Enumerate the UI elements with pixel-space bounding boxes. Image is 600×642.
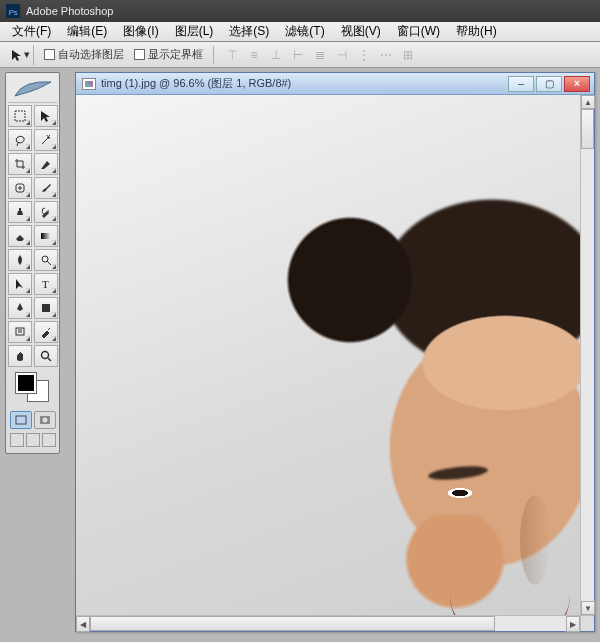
scroll-down-button[interactable]: ▼ — [581, 601, 595, 615]
document-titlebar[interactable]: timg (1).jpg @ 96.6% (图层 1, RGB/8#) – ▢ … — [76, 73, 594, 95]
screen-full-button[interactable] — [42, 433, 56, 447]
menu-help[interactable]: 帮助(H) — [448, 21, 505, 42]
distribute-v-icon[interactable]: ⋯ — [378, 47, 394, 63]
app-title: Adobe Photoshop — [26, 5, 113, 17]
path-selection-tool[interactable] — [8, 273, 32, 295]
svg-text:T: T — [42, 278, 49, 290]
options-bar: ▾ 自动选择图层 显示定界框 ⊤ ≡ ⊥ ⊢ ≣ ⊣ ⋮ ⋯ ⊞ — [0, 42, 600, 68]
pen-tool[interactable] — [8, 297, 32, 319]
magic-wand-tool[interactable] — [34, 129, 58, 151]
document-icon — [82, 78, 96, 90]
show-transform-label: 显示定界框 — [148, 47, 203, 62]
blur-tool[interactable] — [8, 249, 32, 271]
hand-tool[interactable] — [8, 345, 32, 367]
show-transform-checkbox[interactable]: 显示定界框 — [134, 47, 203, 62]
screen-full-menus-button[interactable] — [26, 433, 40, 447]
menu-image[interactable]: 图像(I) — [115, 21, 166, 42]
healing-brush-tool[interactable] — [8, 177, 32, 199]
lasso-tool[interactable] — [8, 129, 32, 151]
align-buttons-group: ⊤ ≡ ⊥ ⊢ ≣ ⊣ ⋮ ⋯ ⊞ — [224, 47, 416, 63]
photoshop-feather-icon — [8, 75, 57, 103]
close-button[interactable]: × — [564, 76, 590, 92]
history-brush-tool[interactable] — [34, 201, 58, 223]
document-window[interactable]: timg (1).jpg @ 96.6% (图层 1, RGB/8#) – ▢ … — [75, 72, 595, 632]
menu-file[interactable]: 文件(F) — [4, 21, 59, 42]
active-tool-icon[interactable]: ▾ — [6, 45, 34, 65]
eyedropper-tool[interactable] — [34, 321, 58, 343]
menu-select[interactable]: 选择(S) — [221, 21, 277, 42]
menu-filter[interactable]: 滤镜(T) — [277, 21, 332, 42]
marquee-tool[interactable] — [8, 105, 32, 127]
menu-edit[interactable]: 编辑(E) — [59, 21, 115, 42]
svg-text:Ps: Ps — [9, 8, 18, 17]
align-bottom-icon[interactable]: ⊥ — [268, 47, 284, 63]
align-top-icon[interactable]: ⊤ — [224, 47, 240, 63]
workspace: T timg (1).jpg @ 96.6% (图层 1, RGB/8#) — [0, 68, 600, 642]
svg-rect-2 — [15, 111, 25, 121]
brush-tool[interactable] — [34, 177, 58, 199]
shape-tool[interactable] — [34, 297, 58, 319]
screen-standard-button[interactable] — [10, 433, 24, 447]
scroll-up-button[interactable]: ▲ — [581, 95, 595, 109]
color-swatches[interactable] — [8, 373, 57, 403]
photoshop-icon: Ps — [6, 4, 20, 18]
minimize-button[interactable]: – — [508, 76, 534, 92]
app-titlebar: Ps Adobe Photoshop — [0, 0, 600, 22]
toolbox-panel[interactable]: T — [5, 72, 60, 454]
scrollbar-corner — [580, 615, 594, 631]
svg-rect-4 — [41, 233, 51, 239]
distribute-3-icon[interactable]: ⊞ — [400, 47, 416, 63]
foreground-color-swatch[interactable] — [16, 373, 36, 393]
maximize-button[interactable]: ▢ — [536, 76, 562, 92]
separator — [213, 46, 214, 64]
menu-view[interactable]: 视图(V) — [333, 21, 389, 42]
auto-select-layer-checkbox[interactable]: 自动选择图层 — [44, 47, 124, 62]
standard-mode-button[interactable] — [10, 411, 32, 429]
image-content — [240, 185, 580, 615]
hscroll-track[interactable] — [90, 616, 566, 631]
vertical-scrollbar[interactable]: ▲ ▼ — [580, 95, 594, 615]
slice-tool[interactable] — [34, 153, 58, 175]
vscroll-track[interactable] — [581, 109, 594, 601]
canvas[interactable] — [76, 95, 580, 615]
screen-mode-buttons — [8, 433, 57, 447]
menubar: 文件(F) 编辑(E) 图像(I) 图层(L) 选择(S) 滤镜(T) 视图(V… — [0, 22, 600, 42]
window-buttons: – ▢ × — [508, 76, 594, 92]
scroll-right-button[interactable]: ▶ — [566, 616, 580, 632]
dodge-tool[interactable] — [34, 249, 58, 271]
svg-point-12 — [42, 418, 47, 423]
align-right-icon[interactable]: ⊣ — [334, 47, 350, 63]
scroll-left-button[interactable]: ◀ — [76, 616, 90, 632]
gradient-tool[interactable] — [34, 225, 58, 247]
edit-mode-buttons — [8, 411, 57, 429]
quickmask-mode-button[interactable] — [34, 411, 56, 429]
vscroll-thumb[interactable] — [581, 109, 594, 149]
zoom-tool[interactable] — [34, 345, 58, 367]
horizontal-scrollbar[interactable]: ◀ ▶ — [76, 615, 580, 631]
svg-point-9 — [41, 352, 48, 359]
crop-tool[interactable] — [8, 153, 32, 175]
menu-window[interactable]: 窗口(W) — [389, 21, 448, 42]
align-left-icon[interactable]: ⊢ — [290, 47, 306, 63]
svg-rect-7 — [42, 304, 50, 312]
type-tool[interactable]: T — [34, 273, 58, 295]
move-tool[interactable] — [34, 105, 58, 127]
hscroll-thumb[interactable] — [90, 616, 495, 631]
align-vcenter-icon[interactable]: ≡ — [246, 47, 262, 63]
menu-layer[interactable]: 图层(L) — [167, 21, 222, 42]
align-hcenter-icon[interactable]: ≣ — [312, 47, 328, 63]
auto-select-layer-label: 自动选择图层 — [58, 47, 124, 62]
eraser-tool[interactable] — [8, 225, 32, 247]
distribute-h-icon[interactable]: ⋮ — [356, 47, 372, 63]
svg-rect-10 — [16, 416, 26, 424]
checkbox-icon — [44, 49, 55, 60]
checkbox-icon — [134, 49, 145, 60]
clone-stamp-tool[interactable] — [8, 201, 32, 223]
document-title: timg (1).jpg @ 96.6% (图层 1, RGB/8#) — [101, 76, 291, 91]
tool-grid: T — [8, 105, 57, 367]
notes-tool[interactable] — [8, 321, 32, 343]
